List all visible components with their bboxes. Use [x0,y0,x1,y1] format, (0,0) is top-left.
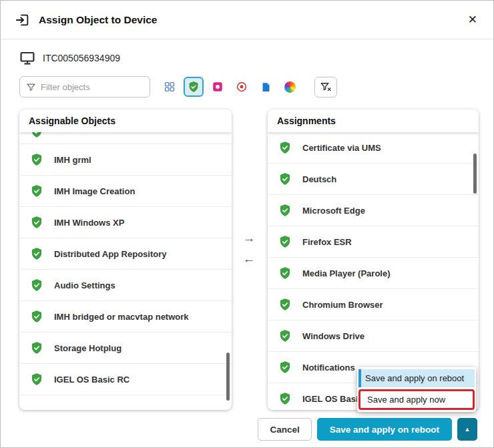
dialog-header: Assign Object to Device ✕ [1,1,493,39]
list-item-label: IMH Windows XP [54,218,124,228]
profile-shield-icon [278,266,292,280]
assignments-title: Assignments [268,109,479,132]
profile-shield-icon [278,329,292,343]
list-item[interactable]: IMH bridged or macvtap network [19,301,232,332]
list-item-label: IGEL OS Basic [302,394,363,404]
list-item[interactable]: Storage Hotplug [19,332,232,364]
list-item[interactable]: Windows Drive [268,320,479,352]
list-item[interactable]: Distributed App Repository [19,238,232,270]
right-scrollbar-thumb[interactable] [473,154,477,194]
list-item-label: Microsoft Edge [302,206,365,216]
move-left-arrow[interactable]: ← [243,252,256,265]
file-icon [260,81,272,93]
profile-shield-icon [278,392,292,405]
profile-shield-icon [30,153,43,166]
assign-object-dialog: Assign Object to Device ✕ ITC00505693490… [0,0,494,448]
list-item-label: IMH bridged or macvtap network [54,312,189,322]
list-item-label: Deutsch [302,174,336,184]
filter-files-button[interactable] [256,77,276,97]
list-item[interactable]: Deutsch [268,164,479,195]
monitor-icon [19,50,35,66]
profile-shield-icon [30,310,43,323]
cancel-button[interactable]: Cancel [258,418,311,441]
profile-shield-icon [30,341,43,355]
list-item-label: Audio Settings [54,280,115,290]
funnel-icon [26,82,36,92]
pink-badge-icon [212,81,224,93]
filter-objects-field[interactable] [19,76,150,97]
profile-shield-icon [278,172,292,186]
object-type-filter-group [160,77,300,97]
save-options-caret-button[interactable]: ▲ [457,418,477,441]
profile-shield-icon [30,278,43,292]
profile-shield-icon [278,141,292,154]
save-apply-reboot-button[interactable]: Save and apply on reboot [317,418,452,441]
assignable-objects-title: Assignable Objects [19,109,232,132]
shield-icon [188,81,200,93]
list-item-label: Storage Hotplug [54,343,121,353]
list-item-label: IGEL OS Basic RC [54,375,130,385]
close-icon[interactable]: ✕ [468,14,477,25]
list-item-label: IMH Image Creation [54,186,135,196]
list-item[interactable]: Microsoft Edge [268,195,479,226]
dialog-footer: Cancel Save and apply on reboot ▲ [258,418,477,441]
list-item-label: Media Player (Parole) [302,268,391,278]
target-device: ITC005056934909 [19,50,120,66]
list-item-label: Distributed App Repository [54,249,167,259]
dialog-title: Assign Object to Device [39,14,157,26]
assignments-panel: Assignments Certificate via UMS [268,109,479,410]
color-wheel-icon [284,81,296,93]
filter-objects-input[interactable] [41,82,144,92]
filter-profiles-button[interactable] [184,77,204,97]
profile-shield-icon [30,184,43,198]
profile-shield-icon [30,247,43,260]
profile-shield-icon [278,235,292,248]
list-item[interactable]: IMH Windows XP [19,207,232,238]
list-item[interactable]: IGEL OS Basic RC [19,364,232,395]
filter-template-keys-button[interactable] [280,77,300,97]
list-item[interactable]: IMH grml [19,144,232,176]
profile-shield-icon [30,373,43,386]
list-item-label: Windows Drive [302,331,364,341]
profile-shield-icon [278,361,292,374]
profile-shield-icon [278,204,292,217]
profile-shield-icon [30,216,43,229]
red-ring-icon [236,81,248,93]
funnel-clear-icon [320,81,332,93]
filter-master-profiles-button[interactable] [232,77,252,97]
list-item[interactable]: Certificate via UMS [268,132,479,164]
device-id: ITC005056934909 [43,53,120,63]
filter-priority-profiles-button[interactable] [208,77,228,97]
assign-arrow-icon [15,13,30,27]
assignable-objects-list: IMH grml IMH Image Creation [19,132,232,410]
left-scrollbar-thumb[interactable] [226,353,230,401]
list-item[interactable]: Chromium Browser [268,289,479,320]
menu-item-save-apply-reboot[interactable]: Save and apply on reboot [358,369,475,387]
transfer-controls: → ← [238,232,260,265]
list-item-label: IMH grml [54,155,91,165]
list-item-label: Certificate via UMS [302,143,381,153]
profile-shield-icon [278,298,292,311]
list-item-partial [19,132,232,144]
filter-toolbar [19,75,337,98]
grid-icon [164,81,176,93]
list-item[interactable]: Media Player (Parole) [268,258,479,289]
move-right-arrow[interactable]: → [243,232,256,244]
filter-all-objects-button[interactable] [160,77,180,97]
save-options-menu: Save and apply on reboot Save and apply … [357,367,476,412]
list-item[interactable]: Audio Settings [19,270,232,301]
list-item[interactable]: IMH Image Creation [19,176,232,207]
list-item-label: Notifications [302,363,355,373]
menu-item-save-apply-now[interactable]: Save and apply now [358,389,475,410]
assignable-objects-rows: IMH grml IMH Image Creation [19,144,232,395]
list-item-label: Chromium Browser [302,300,383,310]
list-item-label: Firefox ESR [302,237,352,247]
clear-filter-button[interactable] [314,77,337,97]
assignable-objects-panel: Assignable Objects [19,109,232,410]
list-item[interactable]: Firefox ESR [268,226,479,258]
